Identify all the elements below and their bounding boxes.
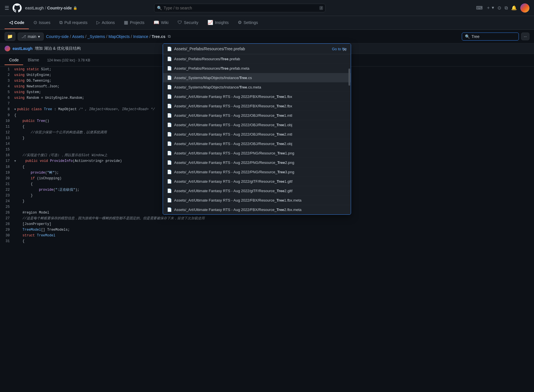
copy-path-icon[interactable]: ⧉ <box>168 34 171 39</box>
dropdown-search-row: 📄 Go to file <box>163 44 351 54</box>
dropdown-item-7[interactable]: 📄 Assets/_Art/Ultimate Fantasy RTS - Aug… <box>163 120 351 130</box>
file-search-bar: 🔍 ✕ <box>462 33 519 41</box>
repo-owner-link[interactable]: eastLaugh <box>25 6 44 10</box>
hamburger-menu[interactable]: ☰ <box>5 5 9 11</box>
repo-breadcrumb: eastLaugh / Country-side 🔒 <box>25 6 77 10</box>
file-header-bar: 📁 ⎇ main ▾ Country-side / Assets / _Syst… <box>0 30 534 43</box>
search-kbd: / <box>319 6 323 10</box>
nav-item-pull-requests[interactable]: ⧉ Pull requests <box>55 17 92 29</box>
tab-blame[interactable]: Blame <box>23 55 44 65</box>
path-assets[interactable]: Assets <box>72 34 84 39</box>
code-line-30: 30 struct TreeModel <box>0 233 534 238</box>
dropdown-item-4[interactable]: 📄 Assets/_Art/Ultimate Fantasy RTS - Aug… <box>163 92 351 101</box>
search-icon: 🔍 <box>157 6 162 10</box>
more-options-button[interactable]: ··· <box>521 33 529 40</box>
dropdown-item-13[interactable]: 📄 Assets/_Art/Ultimate Fantasy RTS - Aug… <box>163 177 351 186</box>
nav-item-wiki[interactable]: 📖 Wiki <box>149 16 173 29</box>
lock-icon: 🔒 <box>73 6 77 10</box>
file-icon-7: 📄 <box>167 122 172 127</box>
dropdown-item-15[interactable]: 📄 Assets/_Art/Ultimate Fantasy RTS - Aug… <box>163 196 351 205</box>
nav-item-security[interactable]: 🛡 Security <box>173 17 203 29</box>
dropdown-item-16[interactable]: 📄 Assets/_Art/Ultimate Fantasy RTS - Aug… <box>163 205 351 214</box>
code-line-29: 29 TreeModel[] TreeModels; <box>0 227 534 233</box>
code-info: 124 lines (102 loc) · 3.78 KB <box>47 58 90 62</box>
file-icon-9: 📄 <box>167 141 172 146</box>
dropdown-item-11[interactable]: 📄 Assets/_Art/Ultimate Fantasy RTS - Aug… <box>163 158 351 167</box>
file-icon-12: 📄 <box>167 170 172 174</box>
pull-requests-button[interactable]: ⧉ <box>505 5 508 11</box>
commit-user[interactable]: eastLaugh <box>13 46 33 51</box>
file-icon-11: 📄 <box>167 160 172 165</box>
path-root[interactable]: Country-side <box>46 34 68 39</box>
file-icon-4: 📄 <box>167 94 172 99</box>
dropdown-file-icon: 📄 <box>167 47 172 51</box>
global-search-input[interactable] <box>154 4 325 12</box>
branch-icon: ⎇ <box>21 34 26 39</box>
dropdown-item-3[interactable]: 📄 Assets/_Systems/MapObjects/Instance/Tr… <box>163 83 351 92</box>
file-icon-13: 📄 <box>167 179 172 184</box>
code-line-28: 28 [JsonProperty] <box>0 221 534 227</box>
dropdown-item-1[interactable]: 📄 Assets/_Prefabs/Resources/Tree.prefab.… <box>163 64 351 73</box>
commit-message: 增加 湖泊 & 优化项目结构 <box>35 46 81 51</box>
path-systems[interactable]: _Systems <box>88 34 105 39</box>
issues-button[interactable]: ⊙ <box>497 5 501 11</box>
path-mapobjects[interactable]: MapObjects <box>108 34 130 39</box>
path-filename: Tree.cs <box>152 34 165 39</box>
tab-code[interactable]: Code <box>5 55 23 65</box>
top-nav: ☰ eastLaugh / Country-side 🔒 🔍 / ⌨ ＋ ▾ ⊙… <box>0 0 534 16</box>
file-icon-1: 📄 <box>167 66 172 71</box>
dropdown-item-12[interactable]: 📄 Assets/_Art/Ultimate Fantasy RTS - Aug… <box>163 167 351 177</box>
file-icon-0: 📄 <box>167 57 172 61</box>
dropdown-item-14[interactable]: 📄 Assets/_Art/Ultimate Fantasy RTS - Aug… <box>163 186 351 196</box>
file-icon-5: 📄 <box>167 104 172 108</box>
file-icon-3: 📄 <box>167 85 172 89</box>
branch-label: main <box>28 34 36 39</box>
nav-actions: ⌨ ＋ ▾ ⊙ ⧉ 🔔 <box>476 3 529 13</box>
nav-item-insights[interactable]: 📈 Insights <box>203 16 233 29</box>
dropdown-item-5[interactable]: 📄 Assets/_Art/Ultimate Fantasy RTS - Aug… <box>163 101 351 111</box>
dropdown-list: 📄 Assets/_Prefabs/Resources/Tree.prefab … <box>163 54 351 214</box>
close-dropdown-button[interactable]: ✕ <box>341 46 348 53</box>
code-line-27: 27 //这是每个树桩要保存的模型信息，因为游戏中每一棵树的模型都不是固定的。但… <box>0 216 534 221</box>
repo-name-link[interactable]: Country-side <box>47 6 72 10</box>
nav-item-issues[interactable]: ⊙ Issues <box>29 16 55 29</box>
dropdown-item-10[interactable]: 📄 Assets/_Art/Ultimate Fantasy RTS - Aug… <box>163 148 351 158</box>
dropdown-scrollbar[interactable] <box>348 69 350 86</box>
search-icon-file: 🔍 <box>465 34 470 39</box>
commit-avatar <box>5 46 10 51</box>
branch-selector[interactable]: ⎇ main ▾ <box>18 33 44 41</box>
dropdown-item-8[interactable]: 📄 Assets/_Art/Ultimate Fantasy RTS - Aug… <box>163 130 351 139</box>
nav-item-code[interactable]: ◁ Code <box>5 16 29 29</box>
search-bar-container: 🔍 / <box>154 4 325 12</box>
file-icon-6: 📄 <box>167 113 172 118</box>
notifications-button[interactable]: 🔔 <box>511 5 517 11</box>
file-search-input[interactable] <box>471 34 521 39</box>
terminal-button[interactable]: ⌨ <box>476 5 483 11</box>
file-icon-10: 📄 <box>167 151 172 155</box>
dropdown-item-0[interactable]: 📄 Assets/_Prefabs/Resources/Tree.prefab <box>163 54 351 64</box>
user-avatar[interactable] <box>520 3 529 13</box>
nav-item-settings[interactable]: ⚙ Settings <box>233 16 263 29</box>
expand-17[interactable]: ▼ <box>14 160 16 163</box>
file-icon-15: 📄 <box>167 198 172 202</box>
github-logo <box>13 3 22 13</box>
nav-item-projects[interactable]: ▦ Projects <box>119 16 149 29</box>
file-icon-8: 📄 <box>167 132 172 136</box>
expand-8[interactable]: ▼ <box>14 108 16 111</box>
dropdown-search-input[interactable] <box>174 47 330 51</box>
chevron-down-icon: ▾ <box>38 34 40 39</box>
dropdown-item-9[interactable]: 📄 Assets/_Art/Ultimate Fantasy RTS - Aug… <box>163 139 351 148</box>
search-dropdown: 📄 Go to file 📄 Assets/_Prefabs/Resources… <box>163 43 351 215</box>
code-line-31: 31 { <box>0 238 534 244</box>
file-icon-14: 📄 <box>167 188 172 193</box>
dropdown-item-6[interactable]: 📄 Assets/_Art/Ultimate Fantasy RTS - Aug… <box>163 111 351 120</box>
file-path: Country-side / Assets / _Systems / MapOb… <box>46 34 460 39</box>
new-button[interactable]: ＋ ▾ <box>486 5 494 11</box>
nav-item-actions[interactable]: ▷ Actions <box>92 16 119 29</box>
file-tree-toggle[interactable]: 📁 <box>5 32 15 41</box>
path-instance[interactable]: Instance <box>133 34 148 39</box>
dropdown-item-2[interactable]: 📄 Assets/_Systems/MapObjects/Instance/Tr… <box>163 73 351 83</box>
file-icon-2: 📄 <box>167 75 172 80</box>
repo-nav: ◁ Code ⊙ Issues ⧉ Pull requests ▷ Action… <box>0 16 534 30</box>
file-icon-16: 📄 <box>167 207 172 212</box>
